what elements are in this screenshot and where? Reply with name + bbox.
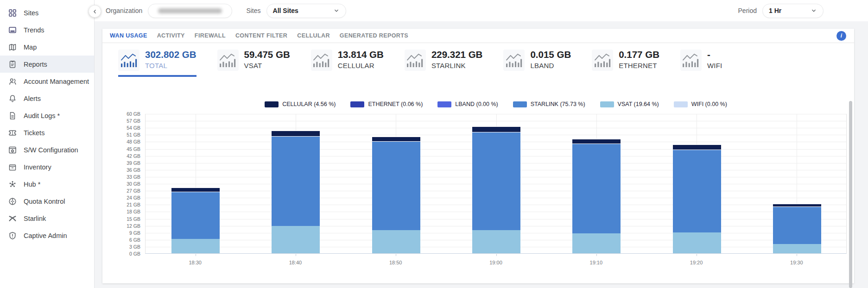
- sidebar-item-alerts[interactable]: Alerts: [0, 90, 94, 107]
- tab-activity[interactable]: ACTIVITY: [157, 32, 185, 39]
- bar-chart-icon: [592, 50, 613, 71]
- bar-chart-icon: [503, 50, 525, 71]
- tabs-row: WAN USAGEACTIVITYFIREWALLCONTENT FILTERC…: [102, 29, 854, 43]
- bar-segment-cellular: [472, 126, 520, 132]
- x-axis-tick: [296, 254, 296, 256]
- sidebar-item-tickets[interactable]: Tickets: [0, 124, 94, 141]
- sidebar-item-captive-admin[interactable]: Captive Admin: [0, 227, 94, 244]
- sidebar-item-label: Reports: [24, 61, 47, 68]
- sites-icon: [8, 8, 17, 18]
- sidebar-item-label: Quota Kontrol: [24, 198, 65, 205]
- account-management-icon: [8, 77, 17, 86]
- stat-card-cellular[interactable]: 13.814 GBCELLULAR: [311, 50, 384, 77]
- captive-admin-icon: [8, 231, 17, 240]
- reports-icon: [8, 60, 17, 69]
- stat-value: 229.321 GB: [431, 50, 483, 60]
- sidebar-item-reports[interactable]: Reports: [0, 56, 94, 73]
- stat-value: -: [707, 50, 722, 60]
- organization-value-redacted: [158, 8, 222, 13]
- info-icon[interactable]: i: [836, 31, 846, 41]
- legend-item-cellular[interactable]: CELLULAR (4.56 %): [265, 101, 336, 107]
- sidebar-item-label: Trends: [24, 26, 44, 34]
- legend-item-ethernet[interactable]: ETHERNET (0.06 %): [350, 101, 423, 107]
- y-axis-tick-label: 15 GB: [102, 216, 140, 222]
- sidebar-collapse-button[interactable]: [89, 5, 101, 18]
- stacked-bar-19:10: [572, 139, 621, 253]
- tab-content-filter[interactable]: CONTENT FILTER: [235, 32, 287, 39]
- bar-chart-icon: [680, 50, 702, 71]
- legend-item-wifi[interactable]: WIFI (0.00 %): [674, 101, 727, 107]
- y-axis-tick-label: 42 GB: [102, 153, 140, 159]
- legend-label: LBAND (0.00 %): [455, 101, 498, 107]
- tab-generated-reports[interactable]: GENERATED REPORTS: [340, 32, 408, 39]
- x-axis-tick: [496, 254, 497, 256]
- legend-label: ETHERNET (0.06 %): [368, 101, 423, 107]
- period-select-value: 1 Hr: [769, 7, 781, 14]
- x-axis-tick-label: 19:30: [780, 260, 813, 265]
- sidebar-item-map[interactable]: Map: [0, 38, 94, 56]
- sidebar-item-sw-configuration[interactable]: S/W Configuration: [0, 141, 94, 158]
- stat-card-vsat[interactable]: 59.475 GBVSAT: [217, 50, 290, 77]
- starlink-icon: [8, 214, 17, 223]
- y-axis-tick-label: 3 GB: [102, 244, 140, 250]
- sidebar-item-sites[interactable]: Sites: [0, 4, 94, 21]
- stacked-bar-19:30: [773, 204, 821, 253]
- stat-label: ETHERNET: [619, 62, 659, 69]
- sidebar-item-starlink[interactable]: Starlink: [0, 210, 94, 227]
- bar-segment-starlink: [773, 207, 821, 244]
- legend-swatch: [600, 101, 614, 107]
- stat-value: 0.177 GB: [619, 50, 659, 60]
- legend-swatch: [265, 101, 279, 107]
- bar-segment-cellular: [372, 137, 420, 141]
- vertical-scrollbar[interactable]: [849, 101, 852, 288]
- sidebar-item-label: Audit Logs *: [24, 112, 60, 119]
- sites-select[interactable]: All Sites: [266, 4, 346, 18]
- hub-icon: [8, 180, 17, 189]
- tab-firewall[interactable]: FIREWALL: [195, 32, 226, 39]
- period-select[interactable]: 1 Hr: [762, 4, 824, 18]
- wan-usage-chart: 0 GB3 GB6 GB9 GB12 GB15 GB18 GB21 GB24 G…: [102, 114, 854, 271]
- x-axis-tick-label: 18:50: [380, 260, 412, 265]
- sidebar-item-label: Captive Admin: [24, 232, 67, 239]
- legend-item-starlink[interactable]: STARLINK (75.73 %): [513, 101, 585, 107]
- bar-chart-icon: [217, 50, 239, 71]
- reports-panel: WAN USAGEACTIVITYFIREWALLCONTENT FILTERC…: [102, 29, 854, 283]
- chart-legend: CELLULAR (4.56 %)ETHERNET (0.06 %)LBAND …: [145, 101, 847, 107]
- tab-wan-usage[interactable]: WAN USAGE: [110, 32, 147, 39]
- y-axis-tick-label: 48 GB: [102, 139, 140, 144]
- stat-card-starlink[interactable]: 229.321 GBSTARLINK: [405, 50, 483, 77]
- legend-item-lband[interactable]: LBAND (0.00 %): [437, 101, 498, 107]
- stacked-bar-19:20: [673, 144, 721, 253]
- organization-select[interactable]: [148, 4, 232, 18]
- stat-card-wifi[interactable]: -WIFI: [680, 50, 722, 77]
- bar-chart-icon: [311, 50, 332, 71]
- stat-value: 13.814 GB: [338, 50, 384, 60]
- y-axis-tick-label: 18 GB: [102, 209, 140, 214]
- stat-label: CELLULAR: [338, 62, 384, 69]
- bar-segment-vsat: [673, 232, 721, 253]
- y-axis-tick-label: 30 GB: [102, 181, 140, 187]
- tabs: WAN USAGEACTIVITYFIREWALLCONTENT FILTERC…: [110, 32, 418, 39]
- map-icon: [8, 43, 17, 52]
- sidebar-item-account-management[interactable]: Account Management: [0, 73, 94, 90]
- stat-card-total[interactable]: 302.802 GBTOTAL: [118, 50, 196, 77]
- sw-configuration-icon: [8, 145, 17, 155]
- sidebar-item-audit-logs[interactable]: Audit Logs *: [0, 107, 94, 124]
- sidebar-item-hub[interactable]: Hub *: [0, 175, 94, 193]
- sidebar-item-quota-kontrol[interactable]: Quota Kontrol: [0, 193, 94, 210]
- legend-label: STARLINK (75.73 %): [531, 101, 585, 107]
- sidebar-item-inventory[interactable]: Inventory: [0, 158, 94, 175]
- legend-swatch: [437, 101, 451, 107]
- tab-cellular[interactable]: CELLULAR: [297, 32, 330, 39]
- sidebar-item-label: Starlink: [24, 215, 46, 222]
- legend-label: CELLULAR (4.56 %): [282, 101, 336, 107]
- y-axis-tick-label: 33 GB: [102, 174, 140, 180]
- sites-label: Sites: [246, 7, 260, 14]
- stat-card-ethernet[interactable]: 0.177 GBETHERNET: [592, 50, 659, 77]
- sidebar-item-trends[interactable]: Trends: [0, 21, 94, 38]
- y-axis-tick-label: 60 GB: [102, 111, 140, 117]
- trends-icon: [8, 25, 17, 35]
- legend-item-vsat[interactable]: VSAT (19.64 %): [600, 101, 659, 107]
- bar-segment-starlink: [372, 141, 420, 230]
- stat-card-lband[interactable]: 0.015 GBLBAND: [503, 50, 571, 77]
